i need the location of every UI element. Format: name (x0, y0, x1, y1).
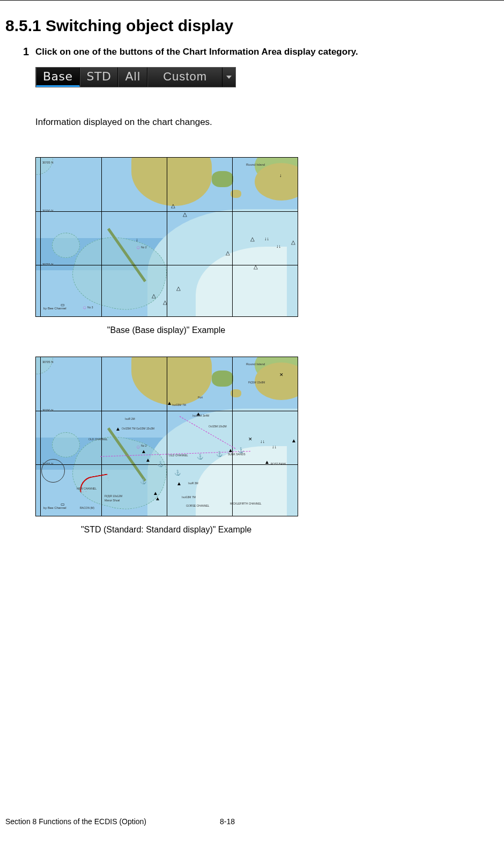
old-channel-label: OLD CHANNEL (88, 438, 108, 441)
label-round-island: Round Island (246, 163, 265, 166)
light1-label: Fl(3)W 15s8M (248, 381, 265, 384)
pier-label: Port (198, 396, 203, 399)
buoy-no3-label: No 3 (87, 306, 93, 309)
step-row: 1 Click on one of the buttons of the Cha… (11, 46, 488, 556)
light6-label: OcG5M 10s3M (209, 425, 227, 428)
post-bank-label: POST BANK (271, 462, 286, 465)
step-instruction: Click on one of the buttons of the Chart… (35, 47, 488, 57)
gorse-label: GORSE CHANNEL (186, 504, 209, 507)
section-heading: 8.5.1 Switching object display (5, 17, 488, 35)
light7-label: Fl(3)R 10s12M (105, 494, 122, 498)
light2-label: IsoG5M 7M (172, 403, 186, 406)
dropdown-button[interactable] (223, 68, 235, 87)
caret-down-icon (226, 76, 232, 79)
chart-example-base: Round Island by Bee Channel △ △ △ △ △ △ … (35, 157, 298, 317)
light4-label: OcG5M 7M GoG5M 15s3M (122, 427, 154, 430)
light9-label: IsoG3M 7M (182, 495, 196, 499)
buoy-no2-label: No 2 (141, 246, 147, 249)
std-button[interactable]: STD (80, 68, 118, 87)
footer-page-number: 8-18 (220, 817, 235, 826)
step-body: Click on one of the buttons of the Chart… (35, 46, 488, 556)
figure1-caption: "Base (Base display)" Example (35, 325, 297, 335)
display-category-button-group: Base STD All Custom (35, 67, 236, 87)
figure2-caption: "STD (Standard: Standard display)" Examp… (35, 525, 297, 535)
chart-example-std: Round Island Fl(3)W 15s8M Port IsoG5M 7M… (35, 357, 298, 516)
light8-label: IsoR 3M (188, 482, 198, 485)
all-button[interactable]: All (118, 68, 147, 87)
info-text: Information displayed on the chart chang… (35, 117, 488, 128)
custom-button[interactable]: Custom (147, 68, 223, 87)
racon-label: RACON (M) (80, 506, 94, 509)
label-round-island-2: Round Island (246, 362, 265, 366)
micklefirth-label: MICKLEFIRTH CHANNEL (230, 502, 262, 505)
new-channel-label: NEW CHANNEL (77, 487, 97, 490)
manor-shoal-label: Manor Shoal (105, 499, 120, 502)
no2-label: No 2 (141, 444, 147, 447)
page: 8.5.1 Switching object display 1 Click o… (0, 0, 504, 837)
footer-section-title: Section 8 Functions of the ECDIS (Option… (5, 817, 220, 826)
step-number: 1 (11, 46, 35, 556)
base-button[interactable]: Base (36, 68, 80, 87)
page-footer: Section 8 Functions of the ECDIS (Option… (5, 817, 488, 826)
light5-label: IsoR 2M (125, 417, 135, 420)
